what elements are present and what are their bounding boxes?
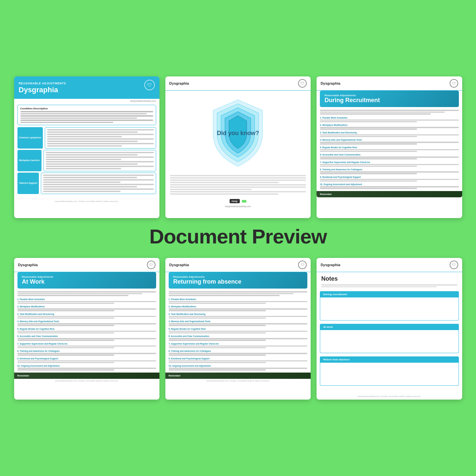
section-item-support: Tailored Support (17, 173, 156, 194)
footer-web-p4: easyhealthandsafety.com | Simple, access… (14, 379, 159, 383)
doc-card-page1: Reasonable Adjustments Dysgraphia 🛡 easy… (14, 76, 159, 218)
list-item: 3. Task Modification and Structuring (17, 313, 156, 319)
shield-icon-p5: 🛡 (298, 261, 307, 269)
p6-title: Dysgraphia (321, 263, 340, 267)
shield-icon-p6: 🛡 (450, 261, 458, 269)
list-item: 9. Emotional and Psychological Support (17, 357, 156, 363)
list-item: 9. Emotional and Psychological Support (320, 176, 459, 182)
header-blue-p4: Reasonable Adjustments At Work (17, 272, 156, 289)
p5-title: Dysgraphia (169, 263, 189, 267)
top-bar-p4: Dysgraphia 🛡 (14, 258, 159, 272)
header-blue-p5: Reasonable Adjustments Returning from ab… (169, 272, 307, 289)
grid-top: Reasonable Adjustments Dysgraphia 🛡 easy… (14, 76, 462, 218)
note-section-title-recruitment: During recruitment (320, 291, 459, 297)
shield-icon-p4: 🛡 (147, 261, 155, 269)
list-item: 4. Memory Aids and Organisational Tools (320, 139, 459, 145)
list-item: 4. Memory Aids and Organisational Tools (17, 320, 156, 326)
sections-row: Common symptoms Workplace barriers (17, 127, 156, 194)
list-item: 10. Ongoing Assessment and Adjustment (320, 183, 459, 189)
document-preview-title: Document Preview (14, 225, 462, 248)
grid-bottom: Dysgraphia 🛡 Reasonable Adjustments At W… (14, 258, 462, 400)
list-item: 8. Training and Awareness for Colleagues (17, 350, 156, 356)
note-box-recruitment (320, 297, 459, 321)
list-item: 7. Supportive Supervision and Regular Ch… (169, 343, 307, 349)
top-bar-p6: Dysgraphia 🛡 (317, 258, 462, 272)
list-item: 2. Workplace Modifications (320, 124, 459, 130)
list-item: 3. Task Modification and Structuring (320, 131, 459, 137)
main-container: Reasonable Adjustments Dysgraphia 🛡 easy… (14, 76, 462, 400)
green-dot (242, 200, 246, 203)
list-item: 6. Accessible and Clear Communication (320, 154, 459, 159)
note-section-return: Return from absence (320, 356, 459, 386)
list-item: 1. Flexible Work Schedules (320, 117, 459, 123)
list-item: 2. Workplace Modifications (17, 305, 156, 311)
remember-footer-p4: Remember (14, 373, 159, 379)
list-item: 7. Supportive Supervision and Regular Ch… (17, 343, 156, 349)
shield-icon-p3: 🛡 (450, 79, 458, 88)
footer-web-p5: easyhealthandsafety.com | Simple, access… (165, 379, 311, 383)
list-item: 5. Regular Breaks for Cognitive Rest (169, 328, 307, 334)
list-item: 3. Task Modification and Structuring (169, 313, 307, 319)
list-item: 10. Ongoing Assessment and Adjustment (17, 365, 156, 371)
p3-small-label: Reasonable Adjustments (324, 94, 454, 97)
top-bar-p3: Dysgraphia 🛡 (317, 76, 462, 91)
doc-card-page4: Dysgraphia 🛡 Reasonable Adjustments At W… (14, 258, 159, 400)
card-header: Reasonable Adjustments Dysgraphia 🛡 (14, 76, 159, 99)
section-label-barriers: Workplace barriers (17, 150, 42, 171)
shield-container: Did you know? (165, 91, 311, 173)
list-item: 7. Supportive Supervision and Regular Ch… (320, 161, 459, 167)
list-item: 8. Training and Awareness for Colleagues (169, 350, 307, 356)
shield-outer: Did you know? (205, 97, 271, 170)
header-blue-p3: Reasonable Adjustments During Recruitmen… (320, 91, 459, 107)
notes-intro (317, 284, 462, 291)
section-label-support: Tailored Support (17, 173, 39, 194)
note-section-title-return: Return from absence (320, 356, 459, 363)
p3-list: 1. Flexible Work Schedules 2. Workplace … (317, 117, 462, 189)
doc-card-page3: Dysgraphia 🛡 Reasonable Adjustments Duri… (317, 76, 462, 218)
condition-box-title: Condition Description (20, 107, 153, 110)
shield-text: Did you know? (210, 130, 266, 137)
shield-icon-p2: 🛡 (298, 79, 307, 88)
list-item: 8. Training and Awareness for Colleagues (320, 168, 459, 174)
section-content-support (41, 173, 156, 194)
list-item: 1. Flexible Work Schedules (17, 298, 156, 304)
p3-intro (317, 110, 462, 117)
remember-footer-p5: Remember (165, 373, 311, 379)
note-box-return (320, 363, 459, 386)
footer-web-p6: easyhealthandsafety.com | Simple, access… (317, 394, 462, 398)
list-item: 1. Flexible Work Schedules (169, 298, 307, 304)
doc-card-page6: Dysgraphia 🛡 Notes During recruitment At… (317, 258, 462, 400)
p4-big-title: At Work (22, 278, 152, 285)
section-content-barriers (43, 150, 156, 171)
doc-card-page2: Dysgraphia 🛡 Did you know? (165, 76, 311, 218)
content-area: Condition Description Common symptoms (14, 102, 159, 197)
note-section-recruitment: During recruitment (320, 291, 459, 321)
note-section-title-atwork: At work (320, 324, 459, 330)
p2-title: Dysgraphia (169, 81, 189, 85)
shield-icon: 🛡 (144, 80, 155, 90)
remember-footer: Remember (317, 191, 462, 197)
list-item: 10. Ongoing Assessment and Adjustment (169, 365, 307, 371)
notes-heading: Notes (317, 272, 462, 284)
p5-intro (165, 291, 311, 298)
section-item-symptoms: Common symptoms (17, 127, 156, 149)
condition-box: Condition Description (17, 105, 156, 125)
list-item: 4. Memory Aids and Organisational Tools (169, 320, 307, 326)
condition-box-text (20, 111, 153, 123)
website-text: easyhealthandsafety.com (14, 99, 159, 102)
note-section-atwork: At work (320, 324, 459, 353)
p5-list: 1. Flexible Work Schedules 2. Workplace … (165, 298, 311, 371)
p4-title: Dysgraphia (18, 263, 38, 267)
section-label-symptoms: Common symptoms (17, 127, 43, 149)
list-item: 6. Accessible and Clear Communication (17, 335, 156, 341)
list-item: 5. Regular Breaks for Cognitive Rest (17, 328, 156, 334)
p3-title: Dysgraphia (321, 81, 340, 85)
list-item: 6. Accessible and Clear Communication (169, 335, 307, 341)
logo-area: easy. (165, 197, 311, 205)
list-item: 2. Workplace Modifications (169, 305, 307, 311)
p4-small-label: Reasonable Adjustments (22, 275, 152, 278)
header-big-title: Dysgraphia (19, 86, 155, 94)
easy-badge: easy. (230, 199, 240, 203)
list-item: 9. Emotional and Psychological Support (169, 357, 307, 363)
p5-big-title: Returning from absence (173, 278, 303, 285)
